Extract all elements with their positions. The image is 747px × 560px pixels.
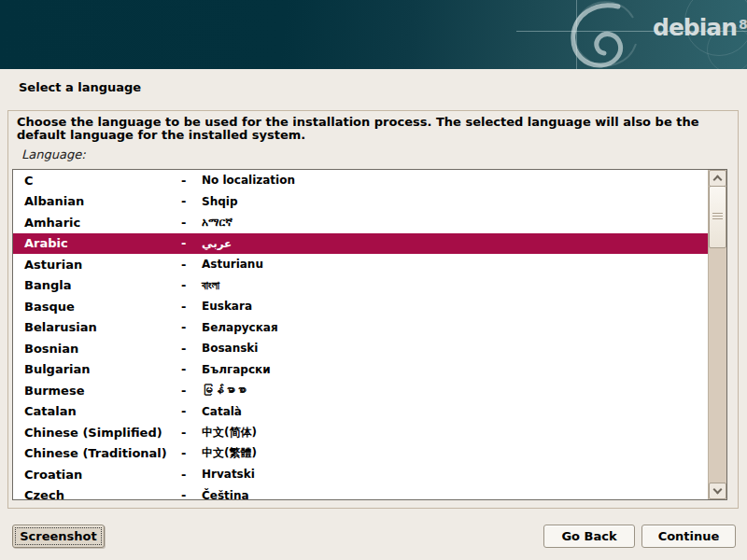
- language-name: Arabic: [24, 236, 181, 250]
- language-translation: Bosanski: [202, 342, 709, 355]
- language-row-chinese-simplified-[interactable]: Chinese (Simplified)-中文(简体): [13, 422, 709, 443]
- separator-dash: -: [181, 236, 202, 250]
- language-name: Chinese (Traditional): [24, 446, 181, 460]
- language-row-arabic[interactable]: Arabic-عربي: [13, 233, 709, 255]
- language-translation: عربي: [202, 237, 709, 250]
- language-name: Bosnian: [24, 342, 181, 356]
- language-field-label: Language:: [21, 147, 86, 161]
- separator-dash: -: [181, 300, 202, 314]
- language-row-amharic[interactable]: Amharic-አማርኛ: [13, 212, 709, 233]
- language-name: Asturian: [24, 258, 181, 272]
- language-name: C: [24, 174, 181, 188]
- separator-dash: -: [181, 174, 202, 188]
- language-translation: বাংলা: [202, 279, 709, 292]
- separator-dash: -: [181, 384, 202, 398]
- separator-dash: -: [181, 362, 202, 376]
- language-row-asturian[interactable]: Asturian-Asturianu: [13, 254, 709, 275]
- language-name: Czech: [24, 488, 181, 499]
- language-translation: Català: [202, 405, 709, 418]
- language-listbox: C-No localizationAlbanian-ShqipAmharic-አ…: [12, 169, 727, 500]
- language-name: Bangla: [24, 278, 181, 292]
- language-translation: Български: [202, 363, 709, 376]
- language-row-c[interactable]: C-No localization: [13, 170, 709, 191]
- language-name: Albanian: [24, 194, 181, 208]
- dialog-description: Choose the language to be used for the i…: [17, 116, 730, 142]
- language-translation: 中文(简体): [202, 425, 709, 441]
- language-row-chinese-traditional-[interactable]: Chinese (Traditional)-中文(繁體): [13, 443, 709, 465]
- language-row-basque[interactable]: Basque-Euskara: [13, 296, 709, 317]
- debian-swirl-icon: [553, 1, 657, 68]
- screenshot-button[interactable]: Screenshot: [12, 525, 105, 548]
- language-name: Chinese (Simplified): [24, 426, 181, 440]
- language-translation: Shqip: [202, 195, 709, 208]
- language-row-belarusian[interactable]: Belarusian-Беларуская: [13, 317, 709, 339]
- scrollbar-thumb[interactable]: [709, 186, 726, 248]
- language-translation: Беларуская: [202, 321, 709, 334]
- scrollbar[interactable]: [708, 170, 726, 499]
- separator-dash: -: [181, 258, 202, 272]
- chevron-up-icon: [713, 175, 723, 185]
- language-name: Croatian: [24, 468, 181, 482]
- separator-dash: -: [181, 320, 202, 334]
- continue-button[interactable]: Continue: [641, 525, 736, 548]
- language-row-catalan[interactable]: Catalan-Català: [13, 401, 709, 423]
- go-back-button[interactable]: Go Back: [543, 525, 635, 548]
- brand-name: debian: [653, 14, 737, 41]
- separator-dash: -: [181, 426, 202, 440]
- language-translation: Hrvatski: [202, 468, 709, 481]
- dialog-frame: Choose the language to be used for the i…: [7, 110, 739, 509]
- language-translation: Asturianu: [202, 258, 709, 271]
- language-row-bosnian[interactable]: Bosnian-Bosanski: [13, 338, 709, 359]
- scrollbar-grip-icon: [712, 213, 723, 220]
- language-row-bulgarian[interactable]: Bulgarian-Български: [13, 359, 709, 381]
- language-row-bangla[interactable]: Bangla-বাংলা: [13, 275, 709, 297]
- language-translation: No localization: [202, 174, 709, 187]
- scroll-up-button[interactable]: [709, 170, 726, 187]
- header-banner: debian8: [0, 0, 747, 69]
- language-translation: မြန်မာစာ: [202, 384, 709, 397]
- separator-dash: -: [181, 488, 202, 499]
- language-name: Basque: [24, 300, 181, 314]
- language-translation: Čeština: [202, 489, 709, 499]
- chevron-down-icon: [713, 485, 723, 495]
- language-list: C-No localizationAlbanian-ShqipAmharic-አ…: [13, 170, 709, 499]
- language-row-croatian[interactable]: Croatian-Hrvatski: [13, 464, 709, 485]
- language-name: Burmese: [24, 384, 181, 398]
- language-translation: አማርኛ: [202, 216, 709, 229]
- language-row-czech[interactable]: Czech-Čeština: [13, 485, 709, 500]
- separator-dash: -: [181, 404, 202, 418]
- separator-dash: -: [181, 278, 202, 292]
- language-translation: Euskara: [202, 300, 709, 313]
- scroll-down-button[interactable]: [709, 483, 726, 499]
- language-row-burmese[interactable]: Burmese-မြန်မာစာ: [13, 380, 709, 401]
- language-name: Bulgarian: [24, 362, 181, 376]
- brand-logo-text: debian8: [653, 14, 747, 41]
- language-row-albanian[interactable]: Albanian-Shqip: [13, 191, 709, 213]
- separator-dash: -: [181, 468, 202, 482]
- separator-dash: -: [181, 216, 202, 230]
- page-title: Select a language: [19, 80, 141, 94]
- separator-dash: -: [181, 342, 202, 356]
- language-name: Amharic: [24, 216, 181, 230]
- separator-dash: -: [181, 194, 202, 208]
- language-translation: 中文(繁體): [202, 445, 709, 461]
- language-name: Belarusian: [24, 320, 181, 334]
- language-name: Catalan: [24, 404, 181, 418]
- separator-dash: -: [181, 446, 202, 460]
- version-badge: 8: [739, 17, 747, 32]
